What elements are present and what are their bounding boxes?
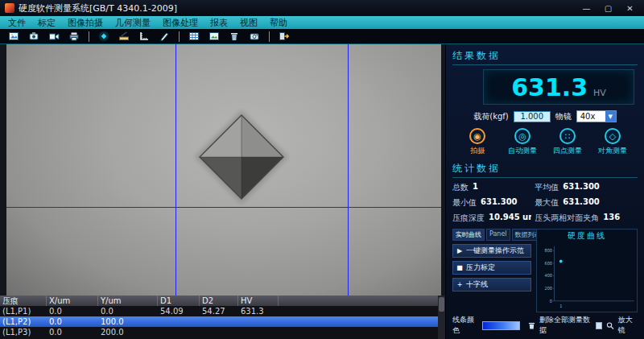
toolbar [0,29,644,44]
data-table-icon[interactable] [185,30,203,43]
cell: (L1,P3) [0,327,47,337]
four-point-button-label: 四点测量 [553,146,582,156]
cell: 100.0 [98,316,158,327]
curve-tabs: 实时曲线 Panel 数据列表 [452,229,531,241]
menu-item-view[interactable]: 视图 [240,17,258,29]
diagonal-measure-icon: ◇ [605,128,621,144]
table-scrollbar[interactable] [438,296,445,339]
stat-indenter-angle: 压头两相对面夹角 136 [535,213,638,224]
tab-panel[interactable]: Panel [486,229,510,241]
open-image-icon[interactable] [5,30,23,43]
gallery-icon[interactable] [205,30,223,43]
stat-total: 总数 1 [452,182,531,193]
stat-label: 平均值 [535,182,559,193]
window-controls: — ▢ ✕ [576,4,641,13]
cell: 200.0 [98,327,158,337]
table-row[interactable]: (L1,P3) 0.0 200.0 [0,327,445,337]
stat-label: 压头两相对面夹角 [535,213,599,224]
table-row-selected[interactable]: (L1,P2) 0.0 100.0 [0,316,445,327]
stat-label: 最大值 [535,197,559,209]
result-section-header: 结果数据 [452,49,638,65]
maximize-button[interactable]: ▢ [597,4,619,13]
col-header-hv: HV [238,296,279,306]
diagonal-measure-button[interactable]: ◇ 对角测量 [591,128,634,156]
stats-section-header: 统计数据 [452,162,638,178]
crosshair-button[interactable]: + 十字线 [452,278,531,291]
menu-item-image-capture[interactable]: 图像拍摄 [68,17,103,29]
menu-item-calibration[interactable]: 标定 [38,17,56,29]
stat-value: 10.945 um [489,213,531,224]
snapshot-icon[interactable] [246,30,263,43]
indent-mark-icon[interactable] [95,30,113,43]
objective-value: 40x [577,112,605,121]
panel-bottom-bar: 线条颜色 删除全部测量数据 放大镜 [452,315,638,336]
play-icon: ▶ [456,247,463,254]
cell: 0.0 [47,316,98,327]
close-button[interactable]: ✕ [619,4,641,13]
cell [238,327,279,337]
stat-indent-depth: 压痕深度 10.945 um [452,213,531,224]
curve-zone: 实时曲线 Panel 数据列表 ▶ 一键测量操作示范 ■ 压力标定 + 十字 [452,229,638,312]
cell [200,316,238,327]
load-input[interactable] [514,111,551,122]
annotate-icon[interactable] [155,30,173,43]
stat-max: 最大值 631.300 [535,197,638,209]
minimize-button[interactable]: — [576,4,597,13]
col-header-x: X/um [47,296,98,306]
four-point-icon: ∷ [559,128,576,144]
col-header-indent: 压痕 [0,296,47,306]
exit-icon[interactable] [275,30,293,43]
toolbar-separator [269,31,270,42]
auto-measure-icon: ◎ [514,128,530,144]
magnifier-toggle[interactable]: 放大镜 [618,315,638,336]
menu-item-file[interactable]: 文件 [8,17,26,29]
microscope-live-image[interactable] [6,44,441,296]
capture-camera-icon[interactable] [25,30,43,43]
svg-text:0: 0 [550,298,553,303]
video-capture-icon[interactable] [45,30,63,43]
measure-line-vertical-left[interactable] [175,44,176,296]
stat-value: 631.300 [563,197,600,209]
cell [200,327,238,337]
menu-item-image-process[interactable]: 图像处理 [163,17,198,29]
curve-controls: 实时曲线 Panel 数据列表 ▶ 一键测量操作示范 ■ 压力标定 + 十字 [452,229,531,312]
hardness-value: 631.3 [511,73,588,101]
toolbar-separator [89,31,89,42]
calibrate-icon[interactable] [115,30,133,43]
print-icon[interactable] [65,30,83,43]
cell [238,316,279,327]
table-row[interactable]: (L1,P1) 0.0 0.0 54.09 54.27 631.3 [0,306,445,316]
delete-icon[interactable] [225,30,243,43]
measure-controls: 载荷(kgf) 物镜 40x ▼ [452,110,638,122]
menu-item-report[interactable]: 报表 [210,17,228,29]
capture-button[interactable]: ◉ 拍摄 [456,128,499,156]
menu-item-help[interactable]: 帮助 [270,17,287,29]
app-window: 硬度软件测量系统[GB/T 4340.1-2009] — ▢ ✕ 文件 标定 图… [0,0,644,339]
capture-button-label: 拍摄 [470,146,485,156]
stat-value: 1 [473,182,478,193]
tab-realtime-curve[interactable]: 实时曲线 [452,229,485,241]
stat-label: 总数 [452,182,469,193]
delete-all-button[interactable]: 删除全部测量数据 [539,315,592,336]
one-key-demo-label: 一键测量操作示范 [466,246,524,256]
crosshair-icon: + [456,281,463,288]
svg-text:600: 600 [545,261,553,266]
one-key-demo-button[interactable]: ▶ 一键测量操作示范 [452,244,531,258]
measure-line-horizontal[interactable] [6,207,441,208]
hardness-unit: HV [593,88,606,98]
scrollbar-thumb[interactable] [439,297,444,312]
measure-ruler-icon[interactable] [135,30,153,43]
objective-select[interactable]: 40x ▼ [576,110,617,122]
left-pane: 压痕 X/um Y/um D1 D2 HV (L1,P1) 0.0 0.0 54… [0,44,445,339]
four-point-measure-button[interactable]: ∷ 四点测量 [546,128,589,156]
force-calibration-label: 压力标定 [466,263,495,273]
measure-line-vertical-right[interactable] [348,44,349,296]
line-color-swatch[interactable] [482,321,520,330]
magnifier-checkbox[interactable] [596,322,602,329]
auto-measure-button[interactable]: ◎ 自动测量 [501,128,544,156]
force-calibration-button[interactable]: ■ 压力标定 [452,261,531,275]
auto-measure-button-label: 自动测量 [508,146,537,156]
menu-item-geometry-measure[interactable]: 几何测量 [115,17,151,29]
objective-label: 物镜 [555,111,572,122]
stat-label: 压痕深度 [452,213,485,224]
